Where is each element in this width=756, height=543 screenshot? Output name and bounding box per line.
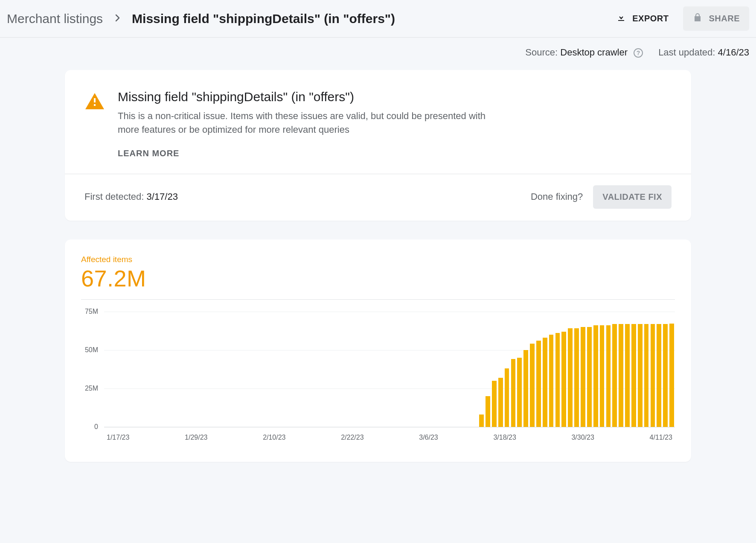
affected-items-chart[interactable]: 025M50M75M	[100, 312, 675, 427]
last-updated-label: Last updated:	[658, 47, 715, 58]
learn-more-link[interactable]: LEARN MORE	[118, 149, 502, 158]
chart-x-tick: 3/30/23	[571, 434, 594, 441]
chart-x-tick: 4/11/23	[650, 434, 672, 441]
chart-bar[interactable]	[606, 325, 611, 427]
chart-bar[interactable]	[555, 333, 560, 427]
chart-bar[interactable]	[523, 350, 528, 427]
chart-bar[interactable]	[543, 338, 547, 427]
warning-icon	[84, 90, 105, 158]
chart-bar[interactable]	[625, 324, 630, 427]
chart-card: Affected items 67.2M 025M50M75M 1/17/231…	[65, 239, 691, 462]
chart-bar[interactable]	[631, 324, 636, 427]
chart-bar[interactable]	[486, 396, 490, 427]
chevron-right-icon	[112, 12, 122, 26]
chart-bar[interactable]	[536, 341, 541, 427]
chart-bar[interactable]	[530, 344, 535, 426]
chart-gridline	[104, 427, 675, 427]
affected-items-label: Affected items	[81, 255, 675, 264]
chart-y-tick: 0	[81, 423, 98, 431]
chart-bar[interactable]	[549, 335, 554, 427]
download-icon	[616, 12, 626, 25]
issue-footer: First detected: 3/17/23 Done fixing? VAL…	[65, 174, 691, 221]
issue-title: Missing field "shippingDetails" (in "off…	[118, 90, 502, 104]
issue-summary: Missing field "shippingDetails" (in "off…	[65, 70, 691, 174]
chart-y-tick: 50M	[81, 346, 98, 354]
chart-x-tick: 3/18/23	[493, 434, 516, 441]
chart-bar[interactable]	[568, 328, 573, 426]
affected-items-value: 67.2M	[81, 265, 675, 292]
chart-bar[interactable]	[612, 324, 617, 427]
chart-bar[interactable]	[581, 327, 585, 427]
breadcrumb-root[interactable]: Merchant listings	[7, 12, 103, 26]
chart-x-tick: 2/10/23	[263, 434, 285, 441]
first-detected-value: 3/17/23	[147, 191, 178, 202]
chart-bar[interactable]	[574, 328, 579, 426]
first-detected-label: First detected:	[84, 191, 144, 202]
chart-divider	[81, 299, 675, 300]
chart-bar[interactable]	[479, 415, 484, 427]
chart-bar[interactable]	[638, 324, 643, 427]
chart-y-tick: 75M	[81, 308, 98, 315]
chart-bar[interactable]	[600, 325, 605, 427]
breadcrumb: Merchant listings Missing field "shippin…	[7, 12, 395, 26]
chart-bar[interactable]	[644, 324, 649, 427]
chart-bar[interactable]	[498, 378, 503, 427]
last-updated-value: 4/16/23	[718, 47, 749, 58]
lock-icon	[692, 12, 703, 25]
chart-bar[interactable]	[663, 324, 668, 427]
export-label: EXPORT	[632, 14, 669, 23]
chart-bar[interactable]	[517, 358, 522, 427]
chart-y-tick: 25M	[81, 385, 98, 392]
validate-fix-button[interactable]: VALIDATE FIX	[593, 185, 672, 209]
last-updated-info: Last updated: 4/16/23	[658, 47, 749, 58]
chart-x-tick: 2/22/23	[341, 434, 363, 441]
chart-x-axis: 1/17/231/29/232/10/232/22/233/6/233/18/2…	[104, 427, 675, 441]
first-detected: First detected: 3/17/23	[84, 191, 178, 202]
chart-bar[interactable]	[657, 324, 661, 427]
source-info: Source: Desktop crawler ?	[525, 47, 643, 58]
chart-bar[interactable]	[651, 324, 655, 427]
chart-bars	[104, 312, 675, 427]
share-button[interactable]: SHARE	[683, 6, 749, 31]
topbar: Merchant listings Missing field "shippin…	[0, 0, 756, 38]
chart-bar[interactable]	[511, 359, 516, 426]
source-label: Source:	[525, 47, 558, 58]
source-value: Desktop crawler	[560, 47, 628, 58]
chart-bar[interactable]	[587, 327, 592, 427]
chart-bar[interactable]	[492, 381, 497, 427]
share-label: SHARE	[709, 14, 740, 23]
chart-x-tick: 1/17/23	[107, 434, 129, 441]
chart-bar[interactable]	[561, 332, 566, 427]
breadcrumb-current: Missing field "shippingDetails" (in "off…	[132, 12, 395, 26]
export-button[interactable]: EXPORT	[607, 6, 678, 31]
help-icon[interactable]: ?	[634, 48, 643, 58]
done-fixing-label: Done fixing?	[531, 191, 583, 202]
issue-card: Missing field "shippingDetails" (in "off…	[65, 70, 691, 221]
chart-x-tick: 1/29/23	[185, 434, 207, 441]
chart-bar[interactable]	[593, 325, 598, 427]
metabar: Source: Desktop crawler ? Last updated: …	[0, 38, 756, 70]
chart-bar[interactable]	[669, 324, 674, 427]
issue-description: This is a non-critical issue. Items with…	[118, 109, 502, 137]
chart-bar[interactable]	[619, 324, 623, 427]
chart-bar[interactable]	[505, 368, 509, 427]
chart-x-tick: 3/6/23	[419, 434, 438, 441]
